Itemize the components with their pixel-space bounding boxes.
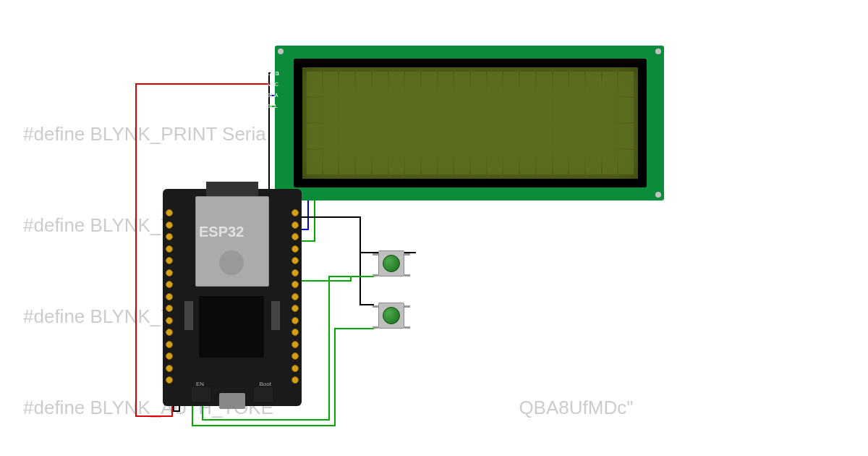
lcd-char-cell (373, 150, 388, 174)
lcd-char-cell (503, 124, 519, 148)
lcd-screen (302, 67, 638, 179)
button-cap-icon[interactable] (383, 255, 400, 272)
lcd-module[interactable]: 1 GND VCC SDA SCL (275, 46, 664, 200)
lcd-char-cell (488, 98, 503, 122)
button-leg-icon (404, 305, 410, 308)
gpio-pin[interactable] (166, 245, 173, 253)
gpio-pin[interactable] (292, 317, 299, 324)
button-cap-icon[interactable] (383, 307, 400, 324)
bottom-ic (199, 296, 264, 358)
lcd-char-cell (307, 124, 322, 148)
lcd-char-cell (569, 124, 584, 148)
lcd-pin-vcc[interactable]: VCC (266, 80, 276, 88)
smd-component (271, 301, 280, 330)
lcd-char-cell (339, 150, 354, 174)
lcd-char-cell (553, 150, 569, 174)
gpio-pin[interactable] (292, 293, 299, 300)
gpio-pin[interactable] (292, 209, 299, 216)
lcd-i2c-header: GND VCC SDA SCL (266, 69, 276, 113)
lcd-char-cell (503, 72, 519, 96)
en-button-label: EN (196, 381, 204, 387)
gpio-pin[interactable] (166, 329, 173, 336)
lcd-char-cell (553, 72, 569, 96)
lcd-char-cell (520, 150, 535, 174)
gpio-pin[interactable] (166, 365, 173, 372)
lcd-char-cell (569, 150, 584, 174)
lcd-pin-scl[interactable]: SCL (266, 102, 276, 110)
boot-button[interactable] (254, 387, 273, 402)
lcd-char-cell (520, 98, 535, 122)
gpio-pin[interactable] (166, 233, 173, 240)
gpio-pin[interactable] (166, 352, 173, 360)
gpio-pin[interactable] (166, 257, 173, 264)
gpio-pin[interactable] (292, 281, 299, 288)
gpio-pin[interactable] (166, 317, 173, 324)
gpio-pin[interactable] (166, 281, 173, 288)
en-button[interactable] (192, 387, 210, 402)
smd-component (184, 301, 193, 330)
button-leg-icon (373, 305, 378, 308)
usb-port-icon (219, 393, 245, 409)
lcd-char-cell (520, 124, 535, 148)
lcd-char-cell (471, 72, 486, 96)
lcd-char-cell (356, 124, 371, 148)
code-line: #define BLYNK_TEMPLATE_ (23, 301, 633, 332)
lcd-char-cell (422, 98, 437, 122)
lcd-char-cell (405, 124, 420, 148)
lcd-char-cell (307, 72, 322, 96)
lcd-char-cell (471, 124, 486, 148)
gpio-pin[interactable] (292, 245, 299, 253)
lcd-char-cell (454, 72, 469, 96)
lcd-char-cell (520, 72, 535, 96)
lcd-pin-sda[interactable]: SDA (266, 91, 276, 99)
gpio-pin[interactable] (166, 293, 173, 300)
code-line: #define BLYNK_AUTH_TOKE QBA8UfMDc" (23, 392, 633, 423)
lcd-char-cell (405, 150, 420, 174)
antenna-icon (206, 182, 258, 196)
gpio-pin[interactable] (292, 365, 299, 372)
gpio-pin[interactable] (166, 376, 173, 384)
gpio-pin[interactable] (166, 341, 173, 348)
lcd-char-cell (553, 124, 569, 148)
gpio-pin[interactable] (292, 305, 299, 312)
pushbutton-1[interactable] (373, 246, 410, 284)
lcd-char-cell (603, 98, 618, 122)
gpio-pin[interactable] (292, 341, 299, 348)
lcd-char-cell (323, 124, 339, 148)
pushbutton-2[interactable] (373, 298, 410, 336)
lcd-char-cell (438, 72, 454, 96)
lcd-char-cell (586, 98, 601, 122)
lcd-char-cell (454, 98, 469, 122)
lcd-pin-gnd[interactable]: GND (266, 69, 276, 77)
lcd-char-cell (454, 124, 469, 148)
gpio-pin[interactable] (292, 233, 299, 240)
esp32-label: ESP32 (199, 224, 244, 240)
lcd-char-cell (389, 98, 404, 122)
lcd-char-cell (586, 124, 601, 148)
lcd-char-cell (618, 98, 634, 122)
gpio-pin[interactable] (292, 257, 299, 264)
lcd-char-cell (438, 98, 454, 122)
gpio-pin[interactable] (166, 305, 173, 312)
lcd-char-cell (422, 150, 437, 174)
button-leg-icon (373, 253, 378, 256)
gpio-pin[interactable] (166, 221, 173, 229)
gpio-pin[interactable] (166, 209, 173, 216)
gpio-pin[interactable] (166, 269, 173, 276)
lcd-char-cell (438, 124, 454, 148)
gpio-pin[interactable] (292, 221, 299, 229)
lcd-char-cell (537, 124, 552, 148)
gpio-pin[interactable] (292, 329, 299, 336)
lcd-frame (294, 59, 647, 187)
gpio-pin[interactable] (292, 352, 299, 360)
esp32-board[interactable]: ESP32 EN Boot (163, 189, 302, 406)
lcd-char-cell (405, 72, 420, 96)
lcd-char-cell (471, 98, 486, 122)
button-leg-icon (404, 253, 410, 256)
mount-hole-icon (655, 192, 661, 198)
lcd-char-cell (618, 150, 634, 174)
gpio-pin[interactable] (292, 376, 299, 384)
lcd-char-cell (488, 150, 503, 174)
lcd-char-cell (356, 72, 371, 96)
gpio-pin[interactable] (292, 269, 299, 276)
